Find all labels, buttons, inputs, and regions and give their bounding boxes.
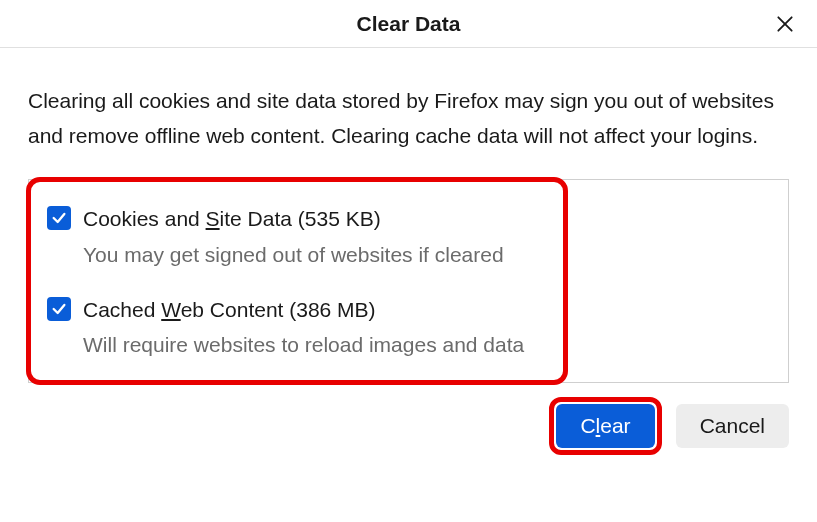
option-cookies[interactable]: Cookies and Site Data (535 KB) You may g… bbox=[47, 204, 770, 269]
checkbox-cookies[interactable] bbox=[47, 206, 71, 230]
checkmark-icon bbox=[51, 210, 67, 226]
dialog-description: Clearing all cookies and site data store… bbox=[28, 84, 789, 153]
option-cache-label: Cached Web Content (386 MB) bbox=[83, 295, 770, 324]
checkbox-cache[interactable] bbox=[47, 297, 71, 321]
option-cache[interactable]: Cached Web Content (386 MB) Will require… bbox=[47, 295, 770, 360]
dialog-title: Clear Data bbox=[357, 12, 461, 36]
tutorial-highlight-button: Clear bbox=[549, 397, 661, 455]
cancel-button[interactable]: Cancel bbox=[676, 404, 789, 448]
clear-button[interactable]: Clear bbox=[556, 404, 654, 448]
checkmark-icon bbox=[51, 301, 67, 317]
close-button[interactable] bbox=[771, 10, 799, 38]
option-cookies-label: Cookies and Site Data (535 KB) bbox=[83, 204, 770, 233]
option-cookies-sublabel: You may get signed out of websites if cl… bbox=[83, 240, 770, 269]
dialog-titlebar: Clear Data bbox=[0, 0, 817, 48]
dialog-button-row: Clear Cancel bbox=[0, 383, 817, 455]
options-group: Cookies and Site Data (535 KB) You may g… bbox=[28, 179, 789, 383]
option-cache-sublabel: Will require websites to reload images a… bbox=[83, 330, 770, 359]
close-icon bbox=[775, 14, 795, 34]
